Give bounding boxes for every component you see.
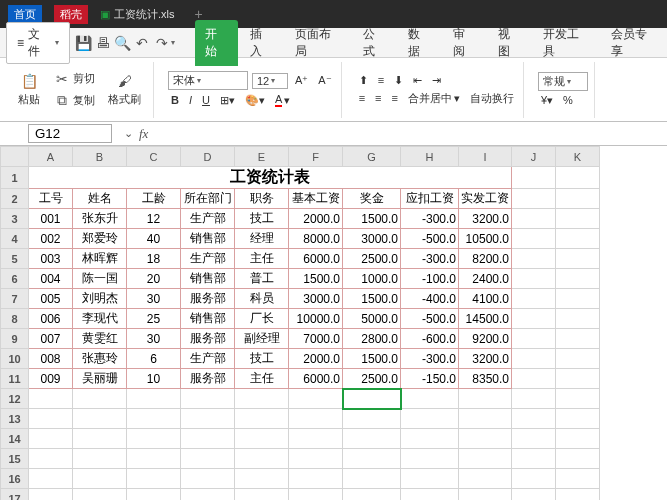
cell-I10[interactable]: 3200.0 [459, 349, 512, 369]
ribbon-tab-6[interactable]: 视图 [488, 20, 531, 66]
cell-F2[interactable]: 基本工资 [289, 189, 343, 209]
cell-C8[interactable]: 25 [127, 309, 181, 329]
cell-D14[interactable] [181, 429, 235, 449]
fill-color-button[interactable]: 🎨▾ [242, 93, 268, 108]
cell-G15[interactable] [343, 449, 401, 469]
file-menu[interactable]: ≡ 文件 ▾ [6, 22, 70, 64]
cell-E4[interactable]: 经理 [235, 229, 289, 249]
cell-H6[interactable]: -100.0 [401, 269, 459, 289]
cell-A10[interactable]: 008 [29, 349, 73, 369]
cell-C17[interactable] [127, 489, 181, 501]
cell-K14[interactable] [556, 429, 600, 449]
cell-B6[interactable]: 陈一国 [73, 269, 127, 289]
row-header-4[interactable]: 4 [1, 229, 29, 249]
cell-I5[interactable]: 8200.0 [459, 249, 512, 269]
cell-C5[interactable]: 18 [127, 249, 181, 269]
cell-K13[interactable] [556, 409, 600, 429]
col-header-I[interactable]: I [459, 147, 512, 167]
cell-D9[interactable]: 服务部 [181, 329, 235, 349]
cell-E5[interactable]: 主任 [235, 249, 289, 269]
cell-G2[interactable]: 奖金 [343, 189, 401, 209]
cell-I8[interactable]: 14500.0 [459, 309, 512, 329]
cell-E14[interactable] [235, 429, 289, 449]
cell-I13[interactable] [459, 409, 512, 429]
cell-C10[interactable]: 6 [127, 349, 181, 369]
cell-D13[interactable] [181, 409, 235, 429]
cell-J2[interactable] [512, 189, 556, 209]
cell-I2[interactable]: 实发工资 [459, 189, 512, 209]
cell-E6[interactable]: 普工 [235, 269, 289, 289]
cell-H5[interactable]: -300.0 [401, 249, 459, 269]
cell-I6[interactable]: 2400.0 [459, 269, 512, 289]
cell-I12[interactable] [459, 389, 512, 409]
cell-H14[interactable] [401, 429, 459, 449]
redo-icon[interactable]: ↷ [152, 33, 171, 53]
row-header-5[interactable]: 5 [1, 249, 29, 269]
decrease-font-button[interactable]: A⁻ [315, 73, 334, 88]
cell-J8[interactable] [512, 309, 556, 329]
cell-J7[interactable] [512, 289, 556, 309]
cell-B16[interactable] [73, 469, 127, 489]
cell-D3[interactable]: 生产部 [181, 209, 235, 229]
cell-C13[interactable] [127, 409, 181, 429]
cell-B7[interactable]: 刘明杰 [73, 289, 127, 309]
cell-A2[interactable]: 工号 [29, 189, 73, 209]
cell-H17[interactable] [401, 489, 459, 501]
cell-F14[interactable] [289, 429, 343, 449]
cell-I7[interactable]: 4100.0 [459, 289, 512, 309]
chevron-down-icon[interactable]: ▾ [171, 38, 175, 47]
cell-D16[interactable] [181, 469, 235, 489]
col-header-B[interactable]: B [73, 147, 127, 167]
expand-fx-icon[interactable]: ⌄ [124, 127, 133, 140]
cell-F15[interactable] [289, 449, 343, 469]
cell-A17[interactable] [29, 489, 73, 501]
ribbon-tab-8[interactable]: 会员专享 [601, 20, 667, 66]
ribbon-tab-7[interactable]: 开发工具 [533, 20, 599, 66]
cell-K2[interactable] [556, 189, 600, 209]
fx-icon[interactable]: fx [139, 126, 148, 142]
font-name-combo[interactable]: 宋体 ▾ [168, 71, 248, 90]
ribbon-tab-4[interactable]: 数据 [398, 20, 441, 66]
cell-C9[interactable]: 30 [127, 329, 181, 349]
cell-A3[interactable]: 001 [29, 209, 73, 229]
cell-G11[interactable]: 2500.0 [343, 369, 401, 389]
ribbon-tab-5[interactable]: 审阅 [443, 20, 486, 66]
cell-B5[interactable]: 林晖辉 [73, 249, 127, 269]
cell-G4[interactable]: 3000.0 [343, 229, 401, 249]
merge-center-button[interactable]: 合并居中▾ [405, 90, 463, 107]
cell-J15[interactable] [512, 449, 556, 469]
cell-C3[interactable]: 12 [127, 209, 181, 229]
cell-G17[interactable] [343, 489, 401, 501]
cell-D2[interactable]: 所在部门 [181, 189, 235, 209]
print-icon[interactable]: 🖶 [93, 33, 112, 53]
cell-H9[interactable]: -600.0 [401, 329, 459, 349]
cell-E15[interactable] [235, 449, 289, 469]
cell-B4[interactable]: 郑爱玲 [73, 229, 127, 249]
cell-A6[interactable]: 004 [29, 269, 73, 289]
cell-F9[interactable]: 7000.0 [289, 329, 343, 349]
cell-A13[interactable] [29, 409, 73, 429]
cell-F4[interactable]: 8000.0 [289, 229, 343, 249]
cell-F11[interactable]: 6000.0 [289, 369, 343, 389]
align-left-button[interactable]: ≡ [356, 91, 368, 105]
titlebar-tab-shell[interactable]: 稻壳 [54, 5, 88, 24]
cell-E2[interactable]: 职务 [235, 189, 289, 209]
cell-C11[interactable]: 10 [127, 369, 181, 389]
ribbon-tab-2[interactable]: 页面布局 [285, 20, 351, 66]
cell-F6[interactable]: 1500.0 [289, 269, 343, 289]
name-box[interactable] [28, 124, 112, 143]
cell-D15[interactable] [181, 449, 235, 469]
underline-button[interactable]: U [199, 93, 213, 107]
increase-font-button[interactable]: A⁺ [292, 73, 311, 88]
cell-A1[interactable]: 工资统计表 [29, 167, 512, 189]
cell-H16[interactable] [401, 469, 459, 489]
cell-K8[interactable] [556, 309, 600, 329]
row-header-12[interactable]: 12 [1, 389, 29, 409]
cell-D8[interactable]: 销售部 [181, 309, 235, 329]
cell-I17[interactable] [459, 489, 512, 501]
cell-B11[interactable]: 吴丽珊 [73, 369, 127, 389]
indent-decrease-button[interactable]: ⇤ [410, 73, 425, 88]
italic-button[interactable]: I [186, 93, 195, 107]
cell-C7[interactable]: 30 [127, 289, 181, 309]
cell-K12[interactable] [556, 389, 600, 409]
